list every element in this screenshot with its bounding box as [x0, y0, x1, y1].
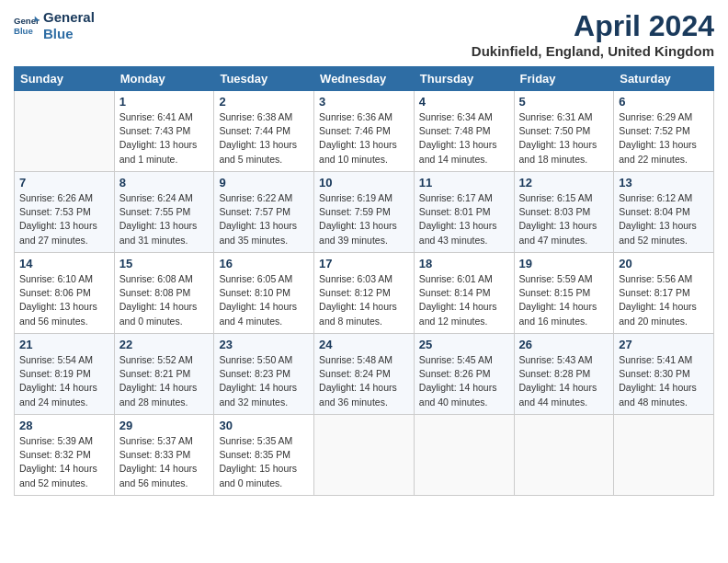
- calendar-cell: 7Sunrise: 6:26 AMSunset: 7:53 PMDaylight…: [15, 172, 115, 253]
- calendar-cell: 5Sunrise: 6:31 AMSunset: 7:50 PMDaylight…: [514, 91, 614, 172]
- calendar-week-row: 1Sunrise: 6:41 AMSunset: 7:43 PMDaylight…: [15, 91, 714, 172]
- day-number: 26: [519, 338, 609, 351]
- day-info: Sunrise: 6:41 AMSunset: 7:43 PMDaylight:…: [119, 110, 210, 167]
- weekday-header: Monday: [114, 67, 214, 91]
- calendar-cell: [15, 91, 115, 172]
- calendar-cell: [414, 415, 514, 496]
- weekday-header: Saturday: [614, 67, 714, 91]
- day-info: Sunrise: 5:39 AMSunset: 8:32 PMDaylight:…: [19, 434, 109, 490]
- calendar-cell: 9Sunrise: 6:22 AMSunset: 7:57 PMDaylight…: [214, 172, 314, 253]
- calendar-cell: 8Sunrise: 6:24 AMSunset: 7:55 PMDaylight…: [114, 172, 214, 253]
- calendar-cell: 17Sunrise: 6:03 AMSunset: 8:12 PMDayligh…: [314, 253, 415, 334]
- calendar-cell: 10Sunrise: 6:19 AMSunset: 7:59 PMDayligh…: [314, 172, 415, 253]
- day-number: 7: [19, 176, 109, 190]
- calendar-cell: 15Sunrise: 6:08 AMSunset: 8:08 PMDayligh…: [114, 253, 214, 334]
- calendar-week-row: 28Sunrise: 5:39 AMSunset: 8:32 PMDayligh…: [15, 415, 714, 496]
- calendar-week-row: 14Sunrise: 6:10 AMSunset: 8:06 PMDayligh…: [15, 253, 714, 334]
- day-number: 28: [19, 419, 109, 432]
- calendar-cell: 26Sunrise: 5:43 AMSunset: 8:28 PMDayligh…: [514, 334, 614, 415]
- day-number: 21: [19, 338, 109, 351]
- day-info: Sunrise: 5:59 AMSunset: 8:15 PMDaylight:…: [519, 272, 609, 328]
- day-number: 18: [419, 257, 509, 270]
- day-number: 5: [519, 95, 609, 109]
- day-number: 4: [419, 95, 509, 109]
- day-info: Sunrise: 6:26 AMSunset: 7:53 PMDaylight:…: [19, 191, 109, 247]
- day-info: Sunrise: 6:05 AMSunset: 8:10 PMDaylight:…: [219, 272, 309, 328]
- day-info: Sunrise: 5:35 AMSunset: 8:35 PMDaylight:…: [219, 434, 309, 490]
- day-info: Sunrise: 6:34 AMSunset: 7:48 PMDaylight:…: [419, 110, 509, 167]
- day-info: Sunrise: 6:38 AMSunset: 7:44 PMDaylight:…: [219, 110, 309, 167]
- day-info: Sunrise: 5:43 AMSunset: 8:28 PMDaylight:…: [519, 353, 609, 409]
- calendar-week-row: 7Sunrise: 6:26 AMSunset: 7:53 PMDaylight…: [15, 172, 714, 253]
- day-number: 11: [419, 176, 509, 190]
- logo-text: GeneralBlue: [43, 9, 95, 42]
- calendar-cell: 6Sunrise: 6:29 AMSunset: 7:52 PMDaylight…: [614, 91, 714, 172]
- day-info: Sunrise: 6:15 AMSunset: 8:03 PMDaylight:…: [519, 191, 609, 247]
- calendar-cell: 18Sunrise: 6:01 AMSunset: 8:14 PMDayligh…: [414, 253, 514, 334]
- day-number: 14: [19, 257, 109, 270]
- day-info: Sunrise: 6:24 AMSunset: 7:55 PMDaylight:…: [119, 191, 210, 247]
- day-info: Sunrise: 6:01 AMSunset: 8:14 PMDaylight:…: [419, 272, 509, 328]
- day-number: 20: [619, 257, 709, 270]
- day-number: 15: [119, 257, 210, 270]
- day-info: Sunrise: 5:56 AMSunset: 8:17 PMDaylight:…: [619, 272, 709, 328]
- day-number: 12: [519, 176, 609, 190]
- weekday-header: Tuesday: [214, 67, 314, 91]
- day-number: 6: [619, 95, 709, 109]
- day-info: Sunrise: 5:50 AMSunset: 8:23 PMDaylight:…: [219, 353, 309, 409]
- weekday-header: Thursday: [414, 67, 514, 91]
- day-number: 9: [219, 176, 309, 190]
- calendar-cell: 28Sunrise: 5:39 AMSunset: 8:32 PMDayligh…: [15, 415, 115, 496]
- day-info: Sunrise: 5:37 AMSunset: 8:33 PMDaylight:…: [119, 434, 210, 490]
- logo-icon: General Blue: [14, 13, 40, 39]
- calendar-cell: 22Sunrise: 5:52 AMSunset: 8:21 PMDayligh…: [114, 334, 214, 415]
- day-info: Sunrise: 6:10 AMSunset: 8:06 PMDaylight:…: [19, 272, 109, 328]
- month-title: April 2024: [472, 9, 714, 43]
- day-number: 30: [219, 419, 309, 432]
- day-number: 10: [319, 176, 409, 190]
- weekday-header: Friday: [514, 67, 614, 91]
- calendar-header: SundayMondayTuesdayWednesdayThursdayFrid…: [15, 67, 714, 91]
- calendar-cell: 30Sunrise: 5:35 AMSunset: 8:35 PMDayligh…: [214, 415, 314, 496]
- svg-text:Blue: Blue: [14, 26, 33, 36]
- day-info: Sunrise: 6:31 AMSunset: 7:50 PMDaylight:…: [519, 110, 609, 167]
- day-info: Sunrise: 6:17 AMSunset: 8:01 PMDaylight:…: [419, 191, 509, 247]
- day-number: 3: [319, 95, 409, 109]
- day-info: Sunrise: 6:22 AMSunset: 7:57 PMDaylight:…: [219, 191, 309, 247]
- day-number: 1: [119, 95, 210, 109]
- day-number: 29: [119, 419, 210, 432]
- day-info: Sunrise: 5:52 AMSunset: 8:21 PMDaylight:…: [119, 353, 210, 409]
- calendar-cell: 3Sunrise: 6:36 AMSunset: 7:46 PMDaylight…: [314, 91, 415, 172]
- day-info: Sunrise: 5:45 AMSunset: 8:26 PMDaylight:…: [419, 353, 509, 409]
- title-block: April 2024 Dukinfield, England, United K…: [472, 9, 714, 59]
- page-header: General Blue GeneralBlue April 2024 Duki…: [14, 9, 714, 59]
- calendar-cell: 19Sunrise: 5:59 AMSunset: 8:15 PMDayligh…: [514, 253, 614, 334]
- calendar-cell: [314, 415, 415, 496]
- day-info: Sunrise: 6:29 AMSunset: 7:52 PMDaylight:…: [619, 110, 709, 167]
- weekday-header: Sunday: [15, 67, 115, 91]
- calendar-cell: 12Sunrise: 6:15 AMSunset: 8:03 PMDayligh…: [514, 172, 614, 253]
- logo: General Blue GeneralBlue: [14, 9, 95, 42]
- day-number: 27: [619, 338, 709, 351]
- calendar-cell: 25Sunrise: 5:45 AMSunset: 8:26 PMDayligh…: [414, 334, 514, 415]
- day-info: Sunrise: 6:12 AMSunset: 8:04 PMDaylight:…: [619, 191, 709, 247]
- day-info: Sunrise: 6:03 AMSunset: 8:12 PMDaylight:…: [319, 272, 409, 328]
- weekday-header: Wednesday: [314, 67, 415, 91]
- calendar-cell: 21Sunrise: 5:54 AMSunset: 8:19 PMDayligh…: [15, 334, 115, 415]
- calendar-cell: 29Sunrise: 5:37 AMSunset: 8:33 PMDayligh…: [114, 415, 214, 496]
- day-info: Sunrise: 6:08 AMSunset: 8:08 PMDaylight:…: [119, 272, 210, 328]
- calendar-cell: 23Sunrise: 5:50 AMSunset: 8:23 PMDayligh…: [214, 334, 314, 415]
- day-number: 13: [619, 176, 709, 190]
- calendar-cell: 20Sunrise: 5:56 AMSunset: 8:17 PMDayligh…: [614, 253, 714, 334]
- day-info: Sunrise: 6:36 AMSunset: 7:46 PMDaylight:…: [319, 110, 409, 167]
- calendar-body: 1Sunrise: 6:41 AMSunset: 7:43 PMDaylight…: [15, 91, 714, 496]
- day-number: 22: [119, 338, 210, 351]
- day-number: 25: [419, 338, 509, 351]
- calendar-cell: 16Sunrise: 6:05 AMSunset: 8:10 PMDayligh…: [214, 253, 314, 334]
- day-number: 8: [119, 176, 210, 190]
- calendar-cell: 4Sunrise: 6:34 AMSunset: 7:48 PMDaylight…: [414, 91, 514, 172]
- day-number: 2: [219, 95, 309, 109]
- weekday-header-row: SundayMondayTuesdayWednesdayThursdayFrid…: [15, 67, 714, 91]
- day-number: 19: [519, 257, 609, 270]
- calendar-week-row: 21Sunrise: 5:54 AMSunset: 8:19 PMDayligh…: [15, 334, 714, 415]
